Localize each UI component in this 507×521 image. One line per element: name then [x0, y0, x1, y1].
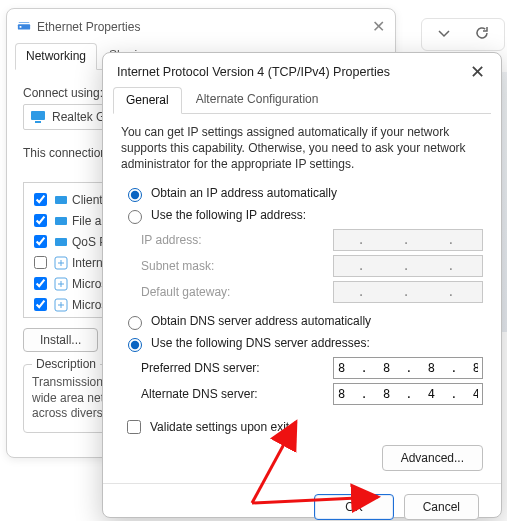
ipv4-title: Internet Protocol Version 4 (TCP/IPv4) P… — [117, 65, 390, 79]
preferred-dns-label: Preferred DNS server: — [141, 361, 260, 375]
radio-ip-manual-label: Use the following IP address: — [151, 208, 306, 222]
adapter-name: Realtek G — [52, 110, 105, 124]
svg-rect-5 — [55, 217, 67, 225]
radio-ip-manual[interactable]: Use the following IP address: — [123, 207, 483, 224]
radio-ip-auto-label: Obtain an IP address automatically — [151, 186, 337, 200]
ip-address-input — [333, 229, 483, 251]
svg-rect-6 — [55, 238, 67, 246]
svg-rect-1 — [20, 26, 22, 28]
validate-label: Validate settings upon exit — [150, 420, 289, 434]
ip-address-label: IP address: — [141, 233, 201, 247]
tab-alt-config[interactable]: Alternate Configuration — [184, 87, 331, 113]
browser-toolbar-fragment — [421, 18, 505, 51]
ipv4-tabs: General Alternate Configuration — [113, 87, 491, 114]
list-item-checkbox[interactable] — [34, 193, 47, 206]
validate-checkbox[interactable] — [127, 420, 141, 434]
alternate-dns-input[interactable] — [333, 383, 483, 405]
radio-ip-manual-input[interactable] — [128, 210, 142, 224]
ipv4-properties-dialog: Internet Protocol Version 4 (TCP/IPv4) P… — [102, 52, 502, 518]
cancel-button[interactable]: Cancel — [404, 494, 479, 520]
refresh-icon — [474, 25, 490, 44]
close-icon[interactable]: ✕ — [372, 19, 385, 35]
network-adapter-icon — [17, 19, 31, 36]
ethernet-title: Ethernet Properties — [37, 20, 140, 34]
list-item-checkbox[interactable] — [34, 256, 47, 269]
list-item-checkbox[interactable] — [34, 298, 47, 311]
validate-checkbox-row[interactable]: Validate settings upon exit — [123, 417, 483, 437]
monitor-icon — [30, 109, 46, 125]
protocol-icon — [54, 256, 68, 270]
intro-text: You can get IP settings assigned automat… — [121, 124, 483, 173]
description-legend: Description — [32, 357, 100, 371]
list-item-checkbox[interactable] — [34, 235, 47, 248]
radio-dns-auto-label: Obtain DNS server address automatically — [151, 314, 371, 328]
default-gateway-label: Default gateway: — [141, 285, 230, 299]
radio-dns-manual-label: Use the following DNS server addresses: — [151, 336, 370, 350]
radio-dns-auto[interactable]: Obtain DNS server address automatically — [123, 313, 483, 330]
subnet-mask-label: Subnet mask: — [141, 259, 214, 273]
tab-networking[interactable]: Networking — [15, 43, 97, 70]
close-icon[interactable]: ✕ — [466, 63, 489, 81]
advanced-button[interactable]: Advanced... — [382, 445, 483, 471]
svg-rect-2 — [31, 111, 45, 120]
alternate-dns-label: Alternate DNS server: — [141, 387, 258, 401]
default-gateway-input — [333, 281, 483, 303]
radio-dns-manual-input[interactable] — [128, 338, 142, 352]
radio-dns-auto-input[interactable] — [128, 316, 142, 330]
client-icon — [54, 235, 68, 249]
svg-rect-4 — [55, 196, 67, 204]
separator — [103, 483, 501, 484]
radio-dns-manual[interactable]: Use the following DNS server addresses: — [123, 335, 483, 352]
radio-ip-auto[interactable]: Obtain an IP address automatically — [123, 185, 483, 202]
ok-button[interactable]: OK — [314, 494, 393, 520]
subnet-mask-input — [333, 255, 483, 277]
list-item-checkbox[interactable] — [34, 277, 47, 290]
client-icon — [54, 193, 68, 207]
list-item-checkbox[interactable] — [34, 214, 47, 227]
tab-general[interactable]: General — [113, 87, 182, 114]
ethernet-titlebar: Ethernet Properties ✕ — [7, 9, 395, 39]
svg-rect-3 — [35, 121, 41, 123]
down-caret-icon — [436, 25, 452, 44]
protocol-icon — [54, 298, 68, 312]
install-button[interactable]: Install... — [23, 328, 98, 352]
client-icon — [54, 214, 68, 228]
protocol-icon — [54, 277, 68, 291]
radio-ip-auto-input[interactable] — [128, 188, 142, 202]
preferred-dns-input[interactable] — [333, 357, 483, 379]
